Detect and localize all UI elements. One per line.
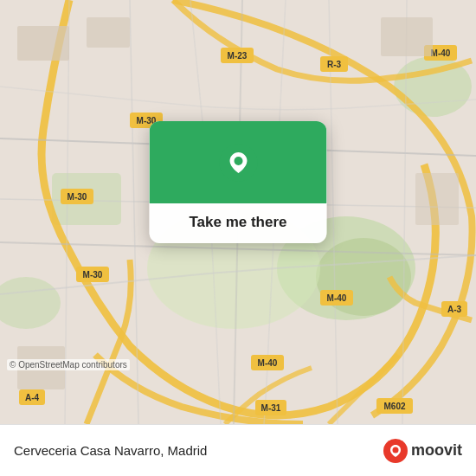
map-copyright: © OpenStreetMap contributors xyxy=(7,359,130,370)
location-label: Cerveceria Casa Navarro, Madrid xyxy=(14,443,207,458)
svg-text:M-23: M-23 xyxy=(228,51,248,61)
svg-text:A-3: A-3 xyxy=(447,305,462,314)
cta-card[interactable]: Take me there xyxy=(150,121,327,243)
moovit-logo: moovit xyxy=(383,439,462,463)
svg-point-45 xyxy=(234,157,242,165)
bottom-bar: Cerveceria Casa Navarro, Madrid moovit xyxy=(0,424,476,476)
svg-text:M-30: M-30 xyxy=(83,270,103,280)
svg-text:M602: M602 xyxy=(383,402,405,411)
moovit-icon xyxy=(383,439,408,463)
svg-text:A-4: A-4 xyxy=(25,393,40,402)
map: M-30 M-30 M-30 M-40 M-40 M-40 M-23 R-3 A… xyxy=(0,0,476,424)
svg-text:M-30: M-30 xyxy=(68,192,87,202)
location-pin-icon xyxy=(219,144,257,182)
svg-rect-40 xyxy=(87,17,130,48)
svg-text:R-3: R-3 xyxy=(327,60,342,69)
cta-card-top xyxy=(150,121,327,203)
svg-text:M-40: M-40 xyxy=(327,293,347,303)
svg-rect-41 xyxy=(381,17,433,56)
svg-text:M-40: M-40 xyxy=(258,358,278,368)
svg-point-47 xyxy=(392,447,398,453)
svg-rect-43 xyxy=(415,173,459,225)
svg-rect-39 xyxy=(17,26,69,61)
svg-text:M-31: M-31 xyxy=(261,403,281,413)
svg-text:M-40: M-40 xyxy=(431,48,451,58)
cta-button-label[interactable]: Take me there xyxy=(150,203,327,243)
moovit-text: moovit xyxy=(411,441,462,460)
